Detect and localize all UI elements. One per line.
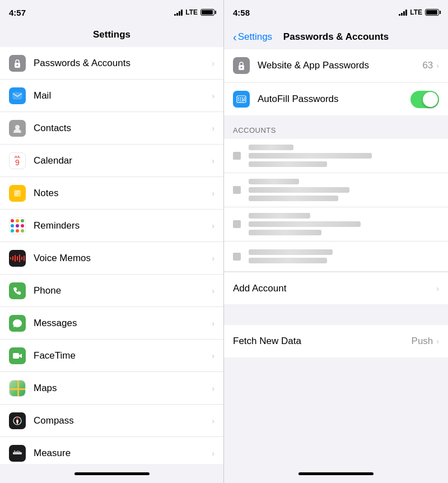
website-passwords-section: Website & App Passwords 63 › [224,49,448,82]
keyboard-icon [233,91,250,108]
settings-item-voice-memos[interactable]: Voice Memos › [0,242,223,275]
chevron-icon: › [212,156,214,165]
right-signal-bars-icon [399,9,407,16]
messages-icon [9,315,26,332]
blurred-line [249,179,299,184]
account-row-3[interactable] [224,207,448,242]
settings-item-notes[interactable]: Notes › [0,177,223,210]
settings-item-mail[interactable]: Mail › [0,80,223,112]
svg-rect-24 [242,100,245,101]
contacts-icon [9,120,26,137]
chevron-icon: › [212,221,214,230]
account-row-4[interactable] [224,242,448,272]
settings-item-measure[interactable]: Measure › [0,437,223,464]
chevron-icon: › [212,351,214,360]
left-status-icons: LTE [174,8,214,16]
chevron-icon: › [212,189,214,198]
passwords-accounts-label: Passwords & Accounts [34,58,212,69]
left-nav-title: Settings [0,25,223,47]
settings-item-maps[interactable]: Maps › [0,372,223,405]
phone-label: Phone [34,285,212,296]
right-status-icons: LTE [399,8,439,16]
home-bar [74,472,150,475]
svg-rect-22 [238,100,239,101]
fetch-value: Push [412,336,433,347]
svg-rect-23 [240,100,241,101]
maps-label: Maps [34,383,212,394]
phone-icon [9,282,26,299]
calendar-icon: JUL 9 [9,152,26,169]
fetch-label: Fetch New Data [233,336,412,347]
chevron-icon: › [212,286,214,295]
left-status-bar: 4:57 LTE [0,0,223,25]
toggle-knob [423,92,438,107]
signal-bars-icon [174,9,183,16]
left-time: 4:57 [9,8,26,17]
account-text-4 [249,249,439,263]
chevron-icon: › [436,284,439,293]
svg-rect-2 [13,92,22,99]
blurred-line [249,153,372,159]
gap-section [224,305,448,325]
svg-rect-20 [242,97,243,99]
right-nav-title: Passwords & Accounts [283,31,389,43]
fetch-new-data-item[interactable]: Fetch New Data Push › [224,325,448,357]
compass-icon [9,412,26,429]
svg-rect-21 [244,97,245,99]
autofill-toggle[interactable] [410,91,439,108]
right-panel: 4:58 LTE ‹ Settings Passwords & Accounts [224,0,448,483]
blurred-line [249,213,310,219]
account-icon-3 [233,220,241,228]
chevron-icon: › [212,416,214,425]
account-icon-4 [233,253,241,261]
voice-memos-label: Voice Memos [34,253,212,264]
left-home-indicator [0,464,223,483]
website-passwords-label: Website & App Passwords [258,60,422,71]
right-battery-icon [425,9,439,16]
website-passwords-item[interactable]: Website & App Passwords 63 › [224,49,448,82]
blurred-line [249,145,293,150]
back-chevron-icon: ‹ [233,31,237,44]
blurred-line [249,221,361,227]
key-icon [233,57,250,74]
back-button[interactable]: ‹ Settings [233,31,272,44]
left-panel: 4:57 LTE Settings Passwords & Accounts › [0,0,224,483]
settings-item-messages[interactable]: Messages › [0,307,223,340]
account-icon-1 [233,152,241,160]
settings-item-passwords-accounts[interactable]: Passwords & Accounts › [0,47,223,80]
blurred-line [249,196,338,201]
autofill-label: AutoFill Passwords [258,94,410,105]
lte-label: LTE [185,8,198,16]
chevron-icon: › [212,91,214,100]
chevron-icon: › [212,59,214,68]
add-account-label: Add Account [233,283,436,294]
svg-rect-19 [240,97,241,99]
contacts-label: Contacts [34,123,212,134]
blurred-line [249,161,327,167]
add-account-item[interactable]: Add Account › [224,272,448,304]
chevron-icon: › [212,449,214,458]
settings-item-compass[interactable]: Compass › [0,405,223,437]
right-home-indicator [224,464,448,483]
settings-item-phone[interactable]: Phone › [0,275,223,307]
autofill-item[interactable]: AutoFill Passwords [224,83,448,115]
settings-item-calendar[interactable]: JUL 9 Calendar › [0,145,223,177]
account-row-2[interactable] [224,173,448,207]
accounts-section-header: ACCOUNTS [224,116,448,139]
settings-item-reminders[interactable]: Reminders › [0,210,223,242]
messages-label: Messages [34,318,212,329]
account-text-3 [249,213,439,235]
settings-item-contacts[interactable]: Contacts › [0,112,223,145]
settings-item-facetime[interactable]: FaceTime › [0,340,223,372]
blurred-line [249,187,349,193]
chevron-icon: › [212,384,214,393]
account-row-1[interactable] [224,139,448,173]
website-passwords-count: 63 [422,60,433,71]
mail-label: Mail [34,90,212,101]
blurred-line [249,230,321,235]
chevron-icon: › [212,124,214,133]
blurred-line [249,258,327,263]
account-text-2 [249,179,439,201]
account-text-1 [249,145,439,167]
svg-rect-18 [238,97,239,99]
